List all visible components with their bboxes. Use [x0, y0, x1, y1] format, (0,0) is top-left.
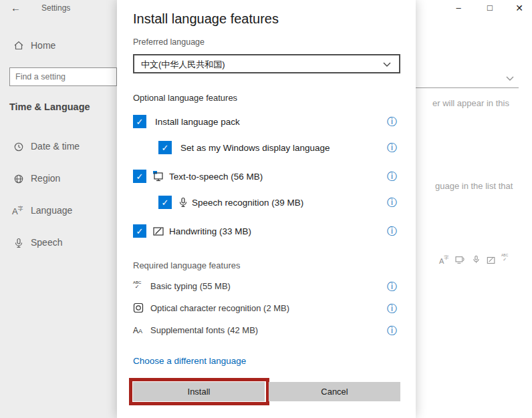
- home-icon: [13, 40, 24, 51]
- chevron-down-icon: [383, 62, 391, 67]
- supplemental-fonts-icon: AA: [133, 324, 142, 336]
- sidebar-item-region[interactable]: Region: [0, 167, 117, 191]
- window-title: Settings: [41, 3, 70, 13]
- sidebar-item-date-time[interactable]: Date & time: [0, 135, 117, 159]
- checkbox-install-language-pack[interactable]: ✓: [133, 115, 146, 128]
- bg-language-icon: A字: [439, 254, 448, 266]
- search-input[interactable]: [9, 67, 117, 86]
- checkbox-speech-recognition[interactable]: ✓: [158, 196, 172, 209]
- feature-label: Optical character recognition (2 MB): [150, 303, 289, 313]
- sidebar-item-label: Region: [31, 173, 60, 184]
- sidebar-item-speech[interactable]: Speech: [0, 231, 117, 255]
- text-to-speech-icon: [153, 171, 165, 182]
- sidebar-item-label: Language: [31, 205, 72, 216]
- sidebar-item-label: Home: [31, 40, 55, 51]
- required-features-header: Required language features: [133, 260, 240, 270]
- language-icon: A字: [12, 205, 23, 217]
- feature-label: Speech recognition (39 MB): [192, 198, 303, 208]
- info-icon[interactable]: ⓘ: [387, 325, 397, 335]
- date-time-icon: [13, 142, 24, 152]
- back-icon[interactable]: ←: [11, 2, 21, 13]
- checkbox-display-language[interactable]: ✓: [158, 141, 172, 154]
- bg-handwriting-icon: [487, 256, 496, 264]
- microphone-icon: [178, 197, 188, 208]
- sidebar-item-language[interactable]: A字 Language: [0, 199, 117, 223]
- close-button[interactable]: ✕: [512, 1, 527, 15]
- info-icon[interactable]: ⓘ: [387, 303, 397, 313]
- feature-label: Install language pack: [155, 117, 240, 127]
- region-icon: [13, 174, 24, 184]
- optional-features-header: Optional language features: [133, 93, 237, 103]
- feature-label: Supplemental fonts (42 MB): [150, 325, 258, 335]
- minimize-button[interactable]: –: [451, 1, 466, 15]
- sidebar: ← Settings Home Time & Language Date & t…: [0, 0, 117, 418]
- choose-different-language-link[interactable]: Choose a different language: [133, 356, 246, 366]
- bg-microphone-icon: [472, 255, 481, 264]
- feature-label: Basic typing (55 MB): [150, 281, 231, 291]
- sidebar-item-home[interactable]: Home: [0, 35, 117, 59]
- dialog-title: Install language features: [133, 11, 279, 27]
- bg-dropdown-edge: [416, 87, 519, 88]
- info-icon[interactable]: ⓘ: [387, 226, 397, 236]
- sidebar-item-label: Speech: [31, 237, 62, 248]
- checkbox-text-to-speech[interactable]: ✓: [133, 170, 146, 183]
- info-icon[interactable]: ⓘ: [387, 116, 397, 126]
- preferred-language-select[interactable]: 中文(中华人民共和国): [133, 54, 400, 73]
- cancel-button[interactable]: Cancel: [269, 382, 400, 401]
- microphone-icon: [13, 238, 24, 248]
- feature-label: Text-to-speech (56 MB): [169, 172, 263, 182]
- preferred-language-value: 中文(中华人民共和国): [141, 59, 225, 71]
- feature-label: Set as my Windows display language: [180, 143, 330, 153]
- bg-text-to-speech-icon: [455, 256, 465, 264]
- basic-typing-icon: ABC ✓: [133, 280, 141, 290]
- bg-basic-typing-icon: ABC ✓: [501, 254, 508, 262]
- info-icon[interactable]: ⓘ: [387, 142, 397, 152]
- bg-chevron-down-icon: [506, 76, 514, 81]
- settings-window: ← Settings Home Time & Language Date & t…: [0, 0, 532, 418]
- sidebar-item-label: Date & time: [31, 141, 80, 152]
- checkbox-handwriting[interactable]: ✓: [133, 224, 146, 238]
- install-button[interactable]: Install: [133, 382, 265, 401]
- info-icon[interactable]: ⓘ: [387, 171, 397, 181]
- ocr-icon: [133, 302, 144, 313]
- preferred-language-label: Preferred language: [133, 37, 205, 47]
- bg-text-line: guage in the list that: [435, 181, 513, 191]
- info-icon[interactable]: ⓘ: [387, 281, 397, 291]
- maximize-button[interactable]: □: [483, 1, 497, 15]
- sidebar-section-header: Time & Language: [9, 101, 90, 112]
- bg-text-line: er will appear in this: [432, 98, 509, 108]
- handwriting-icon: [153, 226, 164, 236]
- feature-label: Handwriting (33 MB): [169, 226, 251, 236]
- info-icon[interactable]: ⓘ: [387, 197, 397, 207]
